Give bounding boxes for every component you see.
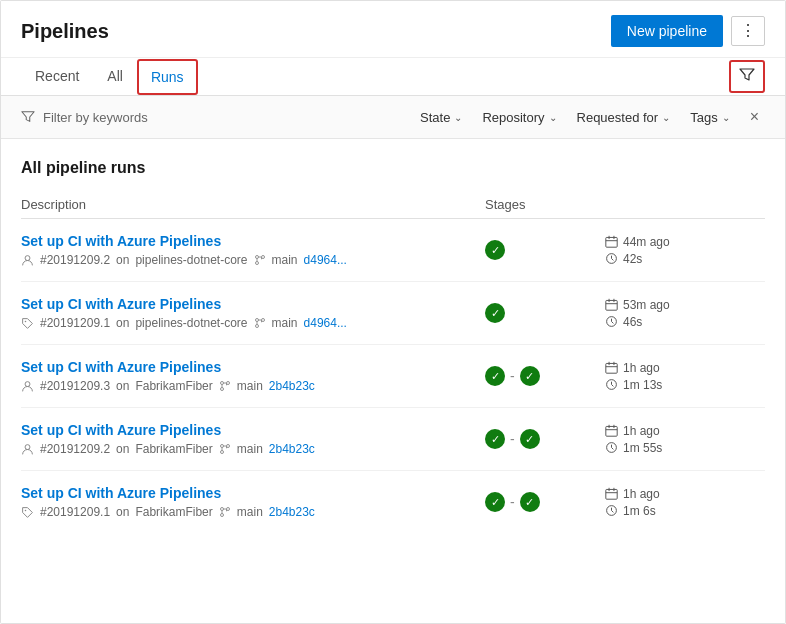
page-title: Pipelines — [21, 20, 109, 43]
run-id: #20191209.2 — [40, 253, 110, 267]
run-meta: #20191209.3 on FabrikamFiber main 2b4b23… — [21, 379, 485, 393]
run-commit: 2b4b23c — [269, 505, 315, 519]
run-stages: ✓-✓ — [485, 429, 605, 449]
run-meta: #20191209.1 on FabrikamFiber main 2b4b23… — [21, 505, 485, 519]
svg-point-9 — [255, 325, 258, 328]
branch-icon — [254, 254, 266, 266]
branch-icon — [254, 317, 266, 329]
run-stages: ✓-✓ — [485, 492, 605, 512]
duration-row: 1m 55s — [605, 441, 765, 455]
state-chevron-icon: ⌄ — [454, 112, 462, 123]
svg-point-19 — [220, 445, 223, 448]
run-description: Set up CI with Azure Pipelines #20191209… — [21, 233, 485, 267]
run-stages: ✓ — [485, 240, 605, 260]
tab-recent[interactable]: Recent — [21, 58, 93, 96]
run-commit: d4964... — [304, 253, 347, 267]
table-row: Set up CI with Azure Pipelines #20191209… — [21, 471, 765, 533]
duration-row: 46s — [605, 315, 765, 329]
tab-runs[interactable]: Runs — [137, 59, 198, 95]
duration-row: 1m 13s — [605, 378, 765, 392]
filter-clear-button[interactable]: × — [744, 106, 765, 128]
repository-filter-dropdown[interactable]: Repository ⌄ — [476, 108, 562, 127]
run-title[interactable]: Set up CI with Azure Pipelines — [21, 233, 485, 249]
time-ago-row: 1h ago — [605, 424, 765, 438]
run-meta: #20191209.2 on pipelines-dotnet-core mai… — [21, 253, 485, 267]
run-title[interactable]: Set up CI with Azure Pipelines — [21, 485, 485, 501]
time-ago: 1h ago — [623, 487, 660, 501]
tabs-right — [729, 60, 765, 93]
time-ago: 1h ago — [623, 361, 660, 375]
stage-dash: - — [510, 368, 515, 384]
duration-row: 42s — [605, 252, 765, 266]
tabs-bar: Recent All Runs — [1, 58, 785, 96]
run-branch: main — [272, 253, 298, 267]
run-time: 1h ago 1m 55s — [605, 424, 765, 455]
run-repo: pipelines-dotnet-core — [135, 253, 247, 267]
table-row: Set up CI with Azure Pipelines #20191209… — [21, 219, 765, 282]
requested-for-chevron-icon: ⌄ — [662, 112, 670, 123]
run-time: 53m ago 46s — [605, 298, 765, 329]
run-duration: 1m 55s — [623, 441, 662, 455]
svg-point-6 — [25, 320, 27, 322]
run-on-label: on — [116, 442, 129, 456]
person-icon — [21, 443, 34, 456]
run-meta: #20191209.1 on pipelines-dotnet-core mai… — [21, 316, 485, 330]
tags-filter-dropdown[interactable]: Tags ⌄ — [684, 108, 735, 127]
calendar-icon — [605, 487, 618, 500]
run-time: 1h ago 1m 13s — [605, 361, 765, 392]
run-description: Set up CI with Azure Pipelines #20191209… — [21, 359, 485, 393]
stage-check-icon: ✓ — [485, 492, 505, 512]
table-row: Set up CI with Azure Pipelines #20191209… — [21, 282, 765, 345]
run-title[interactable]: Set up CI with Azure Pipelines — [21, 359, 485, 375]
tags-chevron-icon: ⌄ — [722, 112, 730, 123]
filter-bar-icon — [21, 110, 35, 124]
run-branch: main — [237, 442, 263, 456]
svg-point-15 — [220, 388, 223, 391]
run-time: 44m ago 42s — [605, 235, 765, 266]
clock-icon — [605, 504, 618, 517]
requested-for-filter-dropdown[interactable]: Requested for ⌄ — [571, 108, 677, 127]
run-stages: ✓ — [485, 303, 605, 323]
filter-toggle-button[interactable] — [729, 60, 765, 93]
filter-icon — [739, 67, 755, 83]
run-duration: 46s — [623, 315, 642, 329]
state-filter-dropdown[interactable]: State ⌄ — [414, 108, 468, 127]
more-options-button[interactable]: ⋮ — [731, 16, 765, 46]
page-header: Pipelines New pipeline ⋮ — [1, 1, 785, 58]
svg-point-1 — [255, 256, 258, 259]
clock-icon — [605, 252, 618, 265]
calendar-icon — [605, 235, 618, 248]
filter-keywords-input[interactable]: Filter by keywords — [43, 110, 406, 125]
table-row: Set up CI with Azure Pipelines #20191209… — [21, 408, 765, 471]
tabs-left: Recent All Runs — [21, 58, 198, 95]
run-on-label: on — [116, 379, 129, 393]
svg-rect-10 — [606, 300, 617, 310]
run-commit: 2b4b23c — [269, 379, 315, 393]
stage-dash: - — [510, 494, 515, 510]
run-repo: pipelines-dotnet-core — [135, 316, 247, 330]
svg-point-3 — [255, 262, 258, 265]
header-actions: New pipeline ⋮ — [611, 15, 765, 47]
tab-all[interactable]: All — [93, 58, 137, 96]
calendar-icon — [605, 361, 618, 374]
svg-rect-22 — [606, 426, 617, 436]
run-title[interactable]: Set up CI with Azure Pipelines — [21, 296, 485, 312]
run-title[interactable]: Set up CI with Azure Pipelines — [21, 422, 485, 438]
time-ago-row: 1h ago — [605, 361, 765, 375]
svg-rect-16 — [606, 363, 617, 373]
new-pipeline-button[interactable]: New pipeline — [611, 15, 723, 47]
duration-row: 1m 6s — [605, 504, 765, 518]
run-duration: 1m 6s — [623, 504, 656, 518]
run-id: #20191209.3 — [40, 379, 110, 393]
run-duration: 1m 13s — [623, 378, 662, 392]
svg-point-25 — [220, 508, 223, 511]
svg-point-8 — [261, 319, 264, 322]
stage-check-icon: ✓ — [520, 366, 540, 386]
calendar-icon — [605, 298, 618, 311]
stage-dash: - — [510, 431, 515, 447]
stage-check-icon: ✓ — [520, 492, 540, 512]
run-time: 1h ago 1m 6s — [605, 487, 765, 518]
branch-icon — [219, 443, 231, 455]
run-description: Set up CI with Azure Pipelines #20191209… — [21, 422, 485, 456]
branch-icon — [219, 506, 231, 518]
